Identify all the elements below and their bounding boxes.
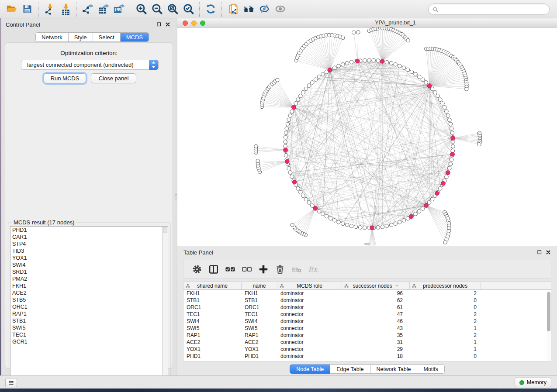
add-button[interactable] — [257, 263, 270, 276]
criterion-selected-value: largest connected component (undirected) — [27, 62, 134, 68]
column-header-shared-name[interactable]: shared name — [183, 282, 242, 289]
table-row[interactable]: STB1STB1dominator620 — [183, 297, 551, 304]
zoom-out-button[interactable] — [149, 1, 165, 17]
mcds-result-node[interactable]: TEC1 — [10, 331, 168, 338]
cell-successor-nodes: 96 — [342, 290, 410, 297]
float-panel-icon[interactable] — [156, 22, 162, 27]
close-panel-button[interactable]: Close panel — [91, 73, 136, 83]
table-scroll-thumb[interactable] — [547, 292, 550, 331]
hide-visibility-button[interactable] — [256, 1, 272, 17]
mcds-result-node[interactable]: YOX1 — [10, 254, 168, 261]
mcds-result-node[interactable]: RAP1 — [10, 310, 168, 317]
delete-button[interactable] — [273, 263, 287, 276]
import-network-button[interactable] — [42, 1, 57, 17]
table-row[interactable]: ORC1ORC1dominator610 — [183, 304, 551, 311]
mcds-result-node[interactable]: STB5 — [10, 296, 168, 303]
table-row[interactable]: RAP1RAP1dominator352 — [183, 332, 551, 339]
mcds-result-node[interactable]: STP4 — [10, 241, 168, 248]
table-row[interactable]: PHD1PHD1dominator180 — [183, 353, 551, 360]
window-minimize-button[interactable] — [191, 21, 197, 26]
close-panel-icon[interactable] — [165, 22, 170, 27]
mcds-result-node[interactable]: SWI5 — [10, 324, 168, 331]
eye-button[interactable] — [272, 1, 288, 17]
network-canvas[interactable] — [177, 28, 557, 246]
memory-button[interactable]: Memory — [515, 378, 551, 387]
save-session-button[interactable] — [19, 1, 35, 17]
table-close-icon[interactable] — [546, 250, 551, 255]
houses-icon — [243, 3, 255, 15]
delete-table-button — [290, 263, 303, 276]
network-graph[interactable] — [177, 28, 557, 246]
table-row[interactable]: TEC1TEC1connector472 — [183, 311, 551, 318]
toolbar-separator — [199, 2, 200, 17]
mcds-result-node[interactable]: TID3 — [10, 248, 168, 254]
select-stepper-icon[interactable] — [149, 60, 158, 70]
tab-mcds[interactable]: MCDS — [121, 33, 149, 41]
delete-table-icon — [291, 264, 302, 275]
cell-successor-nodes: 29 — [342, 346, 410, 353]
deselect-all-button[interactable] — [240, 263, 253, 276]
panel-menu-button[interactable] — [5, 378, 17, 387]
export-table-button[interactable] — [95, 1, 111, 17]
tab-select[interactable]: Select — [93, 33, 121, 41]
cell-MCDS-role: connector — [277, 311, 342, 318]
select-all-button[interactable] — [224, 263, 237, 276]
zoom-fit-icon — [167, 3, 179, 15]
table-row[interactable]: ACE2ACE2connector311 — [183, 339, 551, 346]
table-float-icon[interactable] — [537, 250, 542, 255]
mcds-result-node[interactable]: PHD1 — [10, 227, 168, 234]
table-scrollbar[interactable] — [547, 291, 550, 361]
tab-style[interactable]: Style — [69, 33, 93, 41]
column-header-predecessor-nodes[interactable]: predecessor nodes — [410, 282, 481, 289]
mcds-result-node[interactable]: CAR1 — [10, 234, 168, 241]
window-zoom-button[interactable] — [200, 21, 205, 26]
criterion-select[interactable]: largest connected component (undirected) — [21, 60, 159, 70]
tab-network-table[interactable]: Network Table — [370, 364, 418, 374]
table-row[interactable]: FKH1FKH1dominator962 — [183, 290, 551, 297]
list-icon — [8, 379, 14, 386]
mcds-result-node[interactable]: ORC1 — [10, 303, 168, 310]
cell-successor-nodes: 46 — [342, 318, 410, 325]
search-box[interactable] — [428, 3, 550, 15]
tab-motifs[interactable]: Motifs — [417, 364, 444, 374]
zoom-selected-button[interactable] — [180, 1, 196, 17]
refresh-button[interactable] — [203, 1, 218, 17]
mcds-result-node[interactable]: SRD1 — [10, 268, 168, 275]
columns-button[interactable] — [207, 263, 220, 276]
deselect-all-icon — [242, 264, 252, 275]
mcds-result-node[interactable]: FKH1 — [10, 282, 168, 289]
column-header-name[interactable]: name — [242, 282, 277, 289]
tab-node-table[interactable]: Node Table — [290, 364, 330, 374]
cell-shared-name: TEC1 — [183, 311, 242, 318]
mcds-result-node[interactable]: SWI4 — [10, 261, 168, 268]
export-network-button[interactable] — [80, 1, 95, 17]
column-header-MCDS-role[interactable]: MCDS role — [277, 282, 342, 289]
run-mcds-button[interactable]: Run MCDS — [44, 73, 86, 83]
import-table-button[interactable] — [57, 1, 73, 17]
share-document-button[interactable] — [225, 1, 241, 17]
tab-network[interactable]: Network — [36, 33, 69, 41]
zoom-in-button[interactable] — [133, 1, 149, 17]
network-window-titlebar[interactable]: YPA_prune.txt_1 — [177, 18, 557, 28]
table-row[interactable]: SWI5SWI5connector431 — [183, 325, 551, 332]
mcds-result-list[interactable]: PHD1CAR1STP4TID3YOX1SWI4SRD1PMA2FKH1ACE2… — [10, 226, 168, 382]
houses-button[interactable] — [241, 1, 256, 17]
column-header-successor-nodes[interactable]: successor nodes — [342, 282, 410, 289]
export-image-button[interactable] — [111, 1, 127, 17]
mcds-result-node[interactable]: ACE2 — [10, 289, 168, 296]
mcds-result-node[interactable]: GCR1 — [10, 338, 168, 345]
search-input[interactable] — [441, 4, 546, 14]
zoom-fit-button[interactable] — [165, 1, 180, 17]
gear-button[interactable] — [190, 263, 204, 276]
open-session-button[interactable] — [3, 1, 19, 17]
tab-edge-table[interactable]: Edge Table — [330, 364, 370, 374]
sort-desc-icon — [395, 284, 399, 288]
canvas-scrollbar-thumb[interactable] — [364, 243, 370, 245]
result-list-scroll-thumb[interactable] — [163, 227, 167, 233]
table-row[interactable]: YOX1YOX1connector291 — [183, 346, 551, 353]
window-close-button[interactable] — [183, 21, 188, 26]
table-row[interactable]: SWI4SWI4dominator462 — [183, 318, 551, 325]
mcds-result-node[interactable]: STB1 — [10, 317, 168, 324]
mcds-result-node[interactable]: PMA2 — [10, 275, 168, 282]
result-list-scrollbar[interactable] — [162, 227, 168, 382]
